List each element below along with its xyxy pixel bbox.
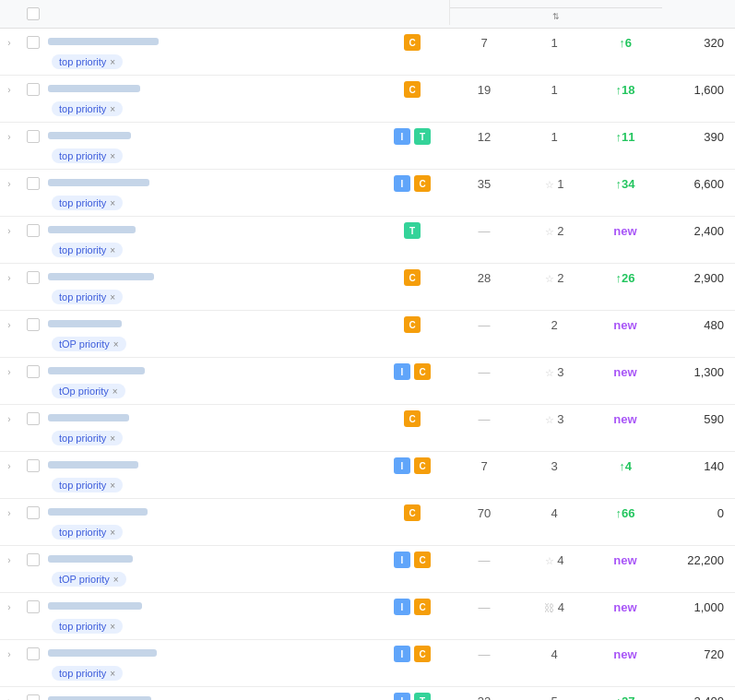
table-row: › IC 35 ☆ 1 ↑34 6,600 top priority ×: [0, 170, 735, 217]
intent-badge-i: I: [394, 363, 410, 380]
top-priority-tag[interactable]: tOP priority ×: [52, 337, 126, 351]
remove-tag-button[interactable]: ×: [110, 198, 115, 208]
row-checkbox[interactable]: [27, 553, 40, 566]
top-priority-tag[interactable]: top priority ×: [52, 196, 123, 210]
remove-tag-button[interactable]: ×: [110, 622, 115, 632]
volume-cell: 6,600: [661, 177, 735, 191]
remove-tag-button[interactable]: ×: [110, 433, 115, 444]
expand-button[interactable]: ›: [0, 696, 18, 701]
row-checkbox[interactable]: [27, 506, 40, 519]
intent-badge-i: I: [394, 128, 410, 145]
expand-button[interactable]: ›: [0, 85, 18, 95]
remove-tag-button[interactable]: ×: [110, 245, 115, 255]
expand-button[interactable]: ›: [0, 320, 18, 330]
dec29-cell: 70: [449, 506, 519, 520]
row-checkbox[interactable]: [27, 647, 40, 660]
row-checkbox[interactable]: [27, 36, 40, 49]
remove-tag-button[interactable]: ×: [110, 528, 115, 538]
top-priority-tag[interactable]: tOp priority ×: [52, 384, 125, 398]
expand-button[interactable]: ›: [0, 555, 18, 565]
remove-tag-button[interactable]: ×: [110, 292, 115, 303]
row-checkbox[interactable]: [27, 365, 40, 378]
intent-badge-c: C: [414, 646, 431, 662]
table-header: ⇅: [0, 0, 735, 29]
top-priority-tag[interactable]: top priority ×: [52, 54, 123, 69]
top-priority-tag[interactable]: top priority ×: [52, 478, 123, 492]
intent-badge-c: C: [404, 316, 421, 333]
keyword-bar: [48, 461, 138, 469]
tag-label: top priority: [59, 103, 106, 114]
star-icon: ☆: [545, 367, 554, 378]
pos-group-cell: 70 4 ↑66: [449, 506, 661, 520]
row-checkbox[interactable]: [27, 83, 40, 96]
volume-cell: 480: [661, 318, 735, 332]
dec29-cell: —: [449, 224, 519, 238]
top-priority-tag[interactable]: top priority ×: [52, 243, 123, 257]
row-checkbox[interactable]: [27, 318, 40, 331]
dec27-header[interactable]: ⇅: [520, 8, 590, 25]
table-row: › C 28 ☆ 2 ↑26 2,900 top priority ×: [0, 264, 735, 311]
dec29-cell: 19: [449, 83, 519, 97]
dec27-cell: 4: [519, 506, 589, 520]
top-priority-tag[interactable]: top priority ×: [52, 619, 123, 634]
row-checkbox[interactable]: [27, 177, 40, 190]
keyword-bar: [48, 696, 151, 700]
top-priority-tag[interactable]: tOP priority ×: [52, 572, 126, 587]
volume-cell: 720: [661, 647, 735, 661]
row-checkbox[interactable]: [27, 412, 40, 425]
expand-button[interactable]: ›: [0, 508, 18, 518]
expand-button[interactable]: ›: [0, 367, 18, 377]
remove-tag-button[interactable]: ×: [113, 339, 119, 350]
dec29-cell: 32: [449, 694, 519, 701]
expand-button[interactable]: ›: [0, 461, 18, 471]
remove-tag-button[interactable]: ×: [110, 151, 115, 161]
star-icon: ☆: [545, 273, 554, 284]
keyword-bar: [48, 649, 157, 657]
row-checkbox[interactable]: [27, 600, 40, 613]
table-row: › C 19 1 ↑18 1,600 top priority ×: [0, 76, 735, 123]
dec27-cell: ☆ 2: [519, 224, 589, 238]
expand-button[interactable]: ›: [0, 132, 18, 142]
expand-button[interactable]: ›: [0, 649, 18, 659]
intent-badge-c: C: [404, 81, 421, 98]
remove-tag-button[interactable]: ×: [110, 669, 115, 679]
remove-tag-button[interactable]: ×: [110, 57, 115, 67]
expand-button[interactable]: ›: [0, 414, 18, 424]
expand-button[interactable]: ›: [0, 226, 18, 236]
remove-tag-button[interactable]: ×: [110, 481, 115, 491]
top-priority-tag[interactable]: top priority ×: [52, 666, 123, 681]
expand-button[interactable]: ›: [0, 602, 18, 612]
top-priority-tag[interactable]: top priority ×: [52, 431, 123, 445]
volume-cell: 0: [661, 506, 735, 520]
intent-cell: IC: [375, 599, 449, 615]
row-checkbox[interactable]: [27, 224, 40, 237]
intent-cell: C: [375, 504, 449, 521]
top-priority-tag[interactable]: top priority ×: [52, 101, 123, 116]
table-row: › C — 2 new 480 tOP priority ×: [0, 311, 735, 358]
intent-badge-c: C: [404, 410, 421, 427]
intent-cell: IC: [375, 175, 449, 192]
table-row: › IC — ⛓ 4 new 1,000 top priority ×: [0, 593, 735, 640]
expand-button[interactable]: ›: [0, 38, 18, 48]
expand-button[interactable]: ›: [0, 179, 18, 189]
tag-label: top priority: [59, 197, 106, 208]
dec27-cell: ☆ 1: [519, 177, 589, 191]
table-row: › C 7 1 ↑6 320 top priority ×: [0, 29, 735, 76]
top-priority-tag[interactable]: top priority ×: [52, 525, 123, 540]
keyword-bar: [48, 602, 142, 610]
row-checkbox[interactable]: [27, 130, 40, 143]
remove-tag-button[interactable]: ×: [113, 575, 119, 585]
row-checkbox[interactable]: [27, 694, 40, 700]
dec27-cell: ☆ 2: [519, 271, 589, 285]
remove-tag-button[interactable]: ×: [110, 104, 115, 114]
select-all-checkbox[interactable]: [27, 7, 40, 20]
remove-tag-button[interactable]: ×: [113, 386, 118, 397]
top-priority-tag[interactable]: top priority ×: [52, 148, 123, 163]
intent-badge-i: I: [394, 552, 410, 568]
table-row: › IC 7 3 ↑4 140 top priority ×: [0, 452, 735, 499]
row-checkbox[interactable]: [27, 271, 40, 284]
top-priority-tag[interactable]: top priority ×: [52, 290, 123, 304]
row-checkbox[interactable]: [27, 459, 40, 472]
pos-group-cell: 28 ☆ 2 ↑26: [449, 271, 661, 285]
expand-button[interactable]: ›: [0, 273, 18, 283]
